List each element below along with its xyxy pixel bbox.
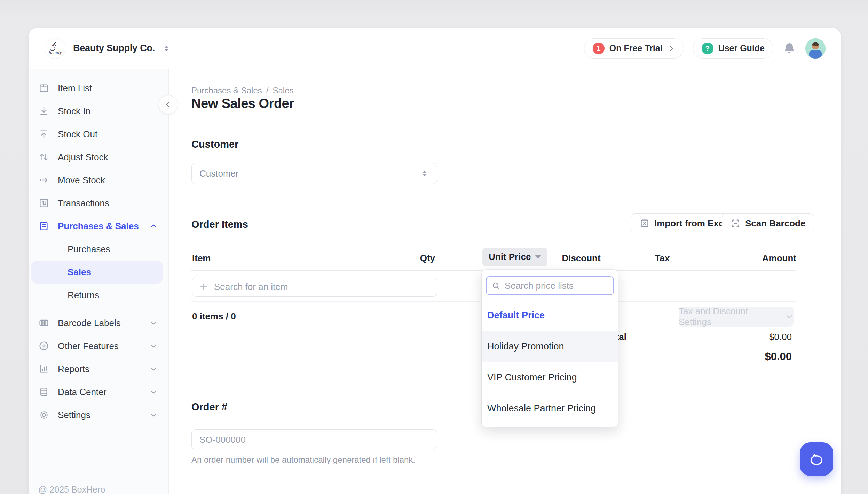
- breadcrumb-parent[interactable]: Purchases & Sales: [191, 86, 262, 95]
- scan-button-label: Scan Barcode: [745, 218, 805, 229]
- user-guide-label: User Guide: [718, 43, 765, 53]
- chevron-up-icon: [149, 222, 158, 231]
- sidebar-item-item-list[interactable]: Item List: [29, 77, 168, 100]
- sidebar-item-adjust-stock[interactable]: Adjust Stock: [29, 146, 168, 169]
- adjust-stock-icon: [38, 152, 49, 163]
- sidebar-item-label: Stock In: [58, 106, 158, 117]
- sidebar-item-label: Sales: [68, 267, 152, 278]
- subtotal-value: $0.00: [769, 332, 792, 342]
- total-value: $0.00: [765, 350, 792, 363]
- trial-count-badge: 1: [593, 43, 605, 54]
- order-number-hint: An order number will be automatically ge…: [191, 455, 415, 465]
- sidebar-item-purchases[interactable]: Purchases: [29, 238, 168, 261]
- transactions-icon: [38, 198, 49, 209]
- chevron-down-icon: [149, 318, 158, 327]
- copyright-text: @ 2025 BoxHero: [38, 485, 105, 494]
- sidebar-item-settings[interactable]: Settings: [29, 403, 168, 426]
- scan-frame-icon: [731, 218, 740, 228]
- sidebar-item-purchases-sales[interactable]: Purchases & Sales: [29, 215, 168, 238]
- trial-label: On Free Trial: [609, 43, 663, 53]
- sidebar-item-label: Purchases: [68, 244, 158, 255]
- plus-circle-icon: [38, 340, 49, 352]
- free-trial-button[interactable]: 1 On Free Trial: [584, 38, 684, 59]
- sidebar-item-other-features[interactable]: Other Features: [29, 334, 168, 357]
- customer-select[interactable]: Customer: [191, 163, 437, 184]
- chevron-down-icon: [149, 410, 158, 419]
- chevron-down-icon: [149, 341, 158, 350]
- column-header-unit-price-button[interactable]: Unit Price: [482, 248, 547, 266]
- logo-script-text: beauty: [48, 51, 62, 55]
- sidebar-item-label: Returns: [68, 290, 158, 301]
- sidebar-item-label: Move Stock: [58, 175, 158, 186]
- sidebar-item-stock-out[interactable]: Stock Out: [29, 123, 168, 146]
- sidebar-item-move-stock[interactable]: Move Stock: [29, 169, 168, 192]
- database-icon: [38, 386, 49, 397]
- order-items-heading: Order Items: [191, 219, 248, 230]
- sidebar-item-barcode-labels[interactable]: Barcode Labels: [29, 311, 168, 334]
- tax-discount-settings-button[interactable]: Tax and Discount Settings: [679, 307, 794, 327]
- sidebar-item-data-center[interactable]: Data Center: [29, 380, 168, 403]
- page-title: New Sales Order: [191, 96, 294, 111]
- gear-icon: [38, 409, 49, 420]
- import-button-label: Import from Excel: [654, 218, 731, 229]
- sidebar-item-label: Data Center: [58, 387, 149, 397]
- column-header-qty: Qty: [420, 253, 435, 264]
- sidebar-item-sales[interactable]: Sales: [31, 261, 163, 284]
- bell-icon[interactable]: [782, 41, 796, 55]
- bar-chart-icon: [38, 363, 49, 375]
- price-list-search-field[interactable]: [486, 276, 614, 295]
- chevron-down-icon: [785, 312, 794, 321]
- price-list-options: Default Price Holiday Promotion VIP Cust…: [482, 300, 618, 424]
- chat-bubble-icon: [808, 451, 824, 467]
- move-stock-icon: [38, 175, 49, 186]
- stock-in-icon: [38, 106, 49, 117]
- unit-price-label: Unit Price: [489, 252, 531, 262]
- sidebar-item-label: Settings: [58, 410, 149, 420]
- breadcrumb-current[interactable]: Sales: [273, 86, 293, 95]
- stock-out-icon: [38, 129, 49, 140]
- price-list-search-input[interactable]: [505, 280, 608, 291]
- breadcrumb-separator: /: [266, 86, 269, 95]
- price-list-option-default[interactable]: Default Price: [482, 300, 618, 331]
- question-badge-icon: ?: [702, 43, 713, 54]
- sidebar-section-gap: [29, 307, 168, 311]
- chat-launcher-button[interactable]: [800, 442, 833, 476]
- select-arrows-icon: [420, 169, 429, 178]
- column-header-tax: Tax: [647, 253, 678, 264]
- price-list-dropdown: Default Price Holiday Promotion VIP Cust…: [482, 270, 618, 427]
- user-guide-button[interactable]: ? User Guide: [693, 38, 773, 59]
- sidebar-item-label: Purchases & Sales: [58, 221, 149, 232]
- sidebar-item-label: Item List: [58, 83, 158, 94]
- sidebar-item-stock-in[interactable]: Stock In: [29, 100, 168, 123]
- price-list-option-wholesale[interactable]: Wholesale Partner Pricing: [482, 393, 618, 424]
- order-number-input[interactable]: [199, 434, 429, 445]
- company-logo: beauty: [45, 38, 65, 59]
- user-avatar[interactable]: [805, 38, 826, 59]
- sidebar-item-transactions[interactable]: Transactions: [29, 192, 168, 215]
- plus-icon: [199, 282, 208, 292]
- caret-down-icon: [535, 255, 541, 259]
- chevron-right-icon: [668, 45, 675, 52]
- item-box-icon: [38, 83, 49, 94]
- item-search-field[interactable]: [192, 277, 437, 297]
- sidebar-nav: Item List Stock In Stock Out: [29, 69, 169, 494]
- item-search-input[interactable]: [214, 281, 431, 292]
- sidebar-item-label: Other Features: [58, 341, 149, 352]
- customer-select-placeholder: Customer: [199, 168, 420, 179]
- column-header-item: Item: [192, 253, 211, 264]
- sidebar-item-label: Reports: [58, 364, 149, 375]
- purchases-sales-doc-icon: [38, 221, 49, 232]
- price-list-option-vip[interactable]: VIP Customer Pricing: [482, 362, 618, 393]
- scan-barcode-button[interactable]: Scan Barcode: [722, 213, 814, 233]
- order-number-field[interactable]: [191, 429, 437, 450]
- company-switcher-icon[interactable]: [162, 44, 171, 53]
- chevron-down-icon: [149, 387, 158, 396]
- price-list-option-holiday[interactable]: Holiday Promotion: [482, 331, 618, 362]
- sidebar-collapse-button[interactable]: [159, 95, 177, 114]
- sidebar-item-reports[interactable]: Reports: [29, 357, 168, 380]
- sidebar-item-label: Adjust Stock: [58, 152, 158, 163]
- sidebar-item-returns[interactable]: Returns: [29, 284, 168, 307]
- top-header: beauty Beauty Supply Co. 1 On Free Trial…: [29, 28, 841, 69]
- breadcrumb: Purchases & Sales / Sales: [191, 86, 294, 95]
- barcode-icon: [38, 317, 49, 329]
